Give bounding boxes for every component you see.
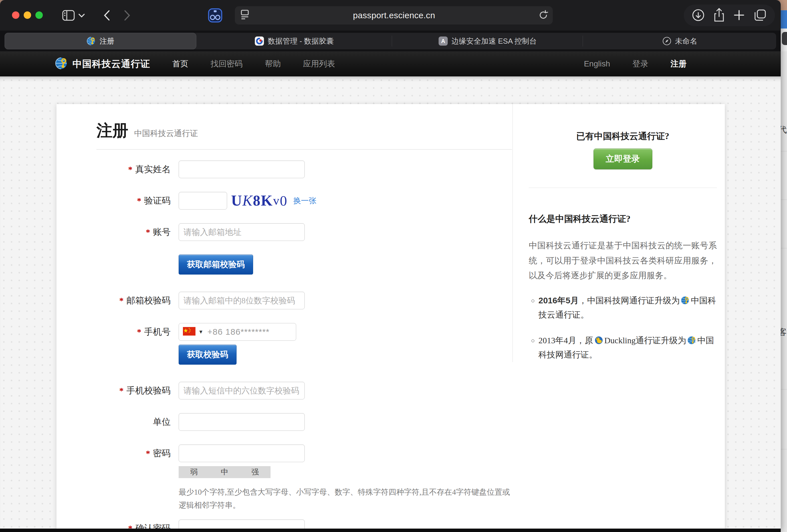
strength-weak-label: 弱 <box>178 466 209 478</box>
get-email-code-button[interactable]: 获取邮箱校验码 <box>178 254 253 274</box>
extension-button[interactable] <box>206 6 224 24</box>
sms-code-row: *手机校验码 <box>97 382 512 399</box>
minimize-button[interactable] <box>24 12 31 19</box>
captcha-refresh-link[interactable]: 换一张 <box>293 196 316 206</box>
phone-value: +86 186******** <box>208 327 270 337</box>
tab-esa-console[interactable]: A 边缘安全加速 ESA 控制台 <box>392 33 583 49</box>
required-asterisk: * <box>119 386 124 395</box>
nav-item-app-list[interactable]: 应用列表 <box>303 59 335 69</box>
url-text[interactable]: passport.escience.cn <box>250 10 538 20</box>
captcha-image[interactable]: UK8Kv0 <box>231 193 288 208</box>
sms-code-label: 手机校验码 <box>126 384 171 397</box>
captcha-label: 验证码 <box>144 195 171 207</box>
phone-input[interactable]: ▼ +86 186******** <box>178 323 296 341</box>
page-title: 注册 <box>97 120 128 142</box>
about-text: 中国科技云通行证是基于中国科技云的统一账号系统，可以用于登录中国科技云各类科研应… <box>529 238 717 283</box>
reader-icon[interactable] <box>240 9 250 22</box>
traffic-lights <box>12 12 43 19</box>
nav-right: English 登录 注册 <box>584 59 686 69</box>
address-bar[interactable]: passport.escience.cn <box>235 6 553 24</box>
nav-menu: 首页 找回密码 帮助 应用列表 <box>172 59 335 69</box>
sidebar-toggle-button[interactable] <box>57 6 91 24</box>
page-subtitle: 中国科技云通行证 <box>134 128 198 139</box>
about-title: 什么是中国科技云通行证? <box>529 213 717 225</box>
background-window-icon-fragment <box>782 32 787 45</box>
get-sms-code-button[interactable]: 获取校验码 <box>178 345 237 364</box>
letter-a-badge-favicon: A <box>438 36 448 46</box>
downloads-button[interactable] <box>692 8 705 23</box>
background-window-body: 代 客 <box>780 51 787 532</box>
china-flag-icon[interactable] <box>183 327 195 337</box>
brand[interactable]: 中国科技云通行证 <box>55 57 150 71</box>
toolbar-right-cluster <box>684 4 775 26</box>
phone-row: *手机号 ▼ <box>97 323 512 341</box>
info-sidebar: 已有中国科技云通行证? 立即登录 什么是中国科技云通行证? 中国科技云通行证是基… <box>513 104 725 532</box>
required-asterisk: * <box>128 164 132 174</box>
required-asterisk: * <box>146 448 150 458</box>
real-name-input[interactable] <box>178 160 305 178</box>
tabs-overview-button[interactable] <box>753 8 767 23</box>
compass-icon <box>662 36 672 46</box>
register-form: 注册 中国科技云通行证 *真实姓名 *验证码 <box>57 104 512 532</box>
chevron-down-icon <box>78 13 85 18</box>
password-label: 密码 <box>153 447 171 459</box>
organization-input[interactable] <box>178 413 305 431</box>
captcha-row: *验证码 UK8Kv0 换一张 <box>97 192 512 209</box>
history-list: 2016年5月，中国科技网通行证升级为中国科技云通行证。 2013年4月，原Du… <box>538 293 717 362</box>
nav-item-recover-password[interactable]: 找回密码 <box>211 59 242 69</box>
email-code-input[interactable] <box>178 292 305 309</box>
forward-button[interactable] <box>118 6 136 24</box>
country-dropdown-caret-icon[interactable]: ▼ <box>198 329 204 335</box>
sidebar-icon <box>62 10 75 21</box>
nav-item-home[interactable]: 首页 <box>172 59 188 69</box>
duckling-icon <box>594 336 603 345</box>
required-asterisk: * <box>119 296 124 305</box>
extension-icon <box>207 7 223 23</box>
refresh-button[interactable] <box>538 10 548 21</box>
safari-window: passport.escience.cn <box>0 0 781 532</box>
tab-label: 边缘安全加速 ESA 控制台 <box>451 36 537 46</box>
strength-strong-label: 强 <box>240 466 271 478</box>
new-tab-button[interactable] <box>733 9 745 22</box>
nav-item-help[interactable]: 帮助 <box>265 59 281 69</box>
password-row: *密码 <box>97 444 512 462</box>
tab-untitled[interactable]: 未命名 <box>583 33 776 49</box>
tab-label: 注册 <box>100 36 114 46</box>
history-text: ，中国科技网通行证升级为 <box>579 296 680 305</box>
globe-key-logo-icon <box>55 57 68 71</box>
history-item: 2013年4月，原Duckling通行证升级为中国科技网通行证。 <box>538 333 717 362</box>
nav-item-register[interactable]: 注册 <box>671 59 686 69</box>
history-text: 2013年4月，原 <box>538 336 593 345</box>
organization-row: 单位 <box>97 413 512 431</box>
brand-title: 中国科技云通行证 <box>72 58 150 70</box>
login-now-button[interactable]: 立即登录 <box>594 149 652 169</box>
real-name-row: *真实姓名 <box>97 160 512 178</box>
email-code-label: 邮箱校验码 <box>126 294 171 307</box>
sms-code-input[interactable] <box>178 382 305 399</box>
real-name-label: 真实姓名 <box>135 163 171 175</box>
tab-data-capsule[interactable]: 数据管理 - 数据胶囊 <box>196 33 392 49</box>
nav-item-english[interactable]: English <box>584 59 610 68</box>
tab-group: 注册 数据管理 - 数据胶囊 <box>4 33 776 49</box>
svg-text:A: A <box>441 38 445 44</box>
close-button[interactable] <box>12 12 19 19</box>
password-hint: 最少10个字符,至少包含大写字母、小写字母、数字、特殊字符四种字符,且不存在4字… <box>178 486 515 512</box>
tab-label: 未命名 <box>675 36 697 46</box>
site-navbar: 中国科技云通行证 首页 找回密码 帮助 应用列表 English 登录 注册 <box>0 51 781 76</box>
account-email-input[interactable] <box>178 223 305 241</box>
required-asterisk: * <box>137 327 141 337</box>
nav-item-login[interactable]: 登录 <box>632 59 648 69</box>
password-strength-meter: 弱 中 强 <box>178 466 271 478</box>
back-button[interactable] <box>98 6 116 24</box>
phone-label: 手机号 <box>144 326 171 338</box>
account-row: *账号 <box>97 223 512 241</box>
share-button[interactable] <box>713 8 725 23</box>
history-text: Duckling通行证升级为 <box>604 336 686 345</box>
captcha-input[interactable] <box>178 192 227 209</box>
macos-screen: 代 客 <box>0 0 787 532</box>
zoom-button[interactable] <box>35 12 43 19</box>
organization-label: 单位 <box>153 416 171 428</box>
email-code-row: *邮箱校验码 <box>97 292 512 309</box>
password-input[interactable] <box>178 444 305 462</box>
tab-register[interactable]: 注册 <box>4 33 196 49</box>
